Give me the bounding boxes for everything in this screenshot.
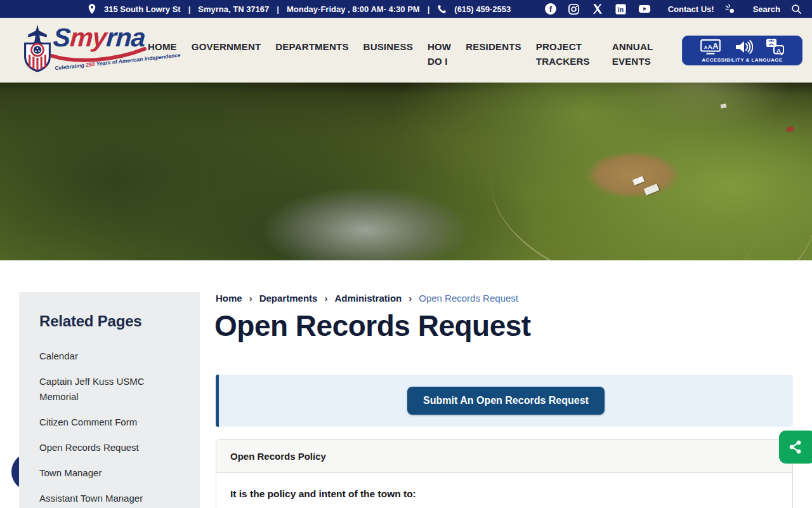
breadcrumb: Home › Departments › Administration › Op… (216, 293, 518, 304)
topbar-separator: | (277, 4, 279, 14)
breadcrumb-separator: › (249, 293, 252, 303)
accessibility-language-button[interactable]: AAA A ACCESSIBILITY & LANGUAGE (682, 36, 802, 65)
phone-icon (437, 4, 447, 14)
svg-text:A: A (776, 46, 781, 53)
sidebar-item-citizen-comment-form[interactable]: Citizen Comment Form (39, 415, 152, 430)
accessibility-button-label: ACCESSIBILITY & LANGUAGE (702, 57, 783, 63)
page: 315 South Lowry St | Smyrna, TN 37167 | … (0, 0, 812, 508)
breadcrumb-home[interactable]: Home (216, 293, 242, 304)
policy-intro-text: It is the policy and intent of the town … (216, 473, 792, 508)
policy-panel-header: Open Records Policy (216, 440, 792, 473)
linkedin-icon[interactable]: in (615, 3, 627, 15)
nav-item-residents[interactable]: RESIDENTS (466, 39, 521, 69)
svg-text:A: A (704, 44, 708, 50)
sidebar-item-open-records-request[interactable]: Open Records Request (39, 440, 152, 455)
nav-item-government[interactable]: GOVERNMENT (192, 39, 261, 69)
text-size-icon: AAA (700, 39, 721, 55)
nav-item-annual-events[interactable]: ANNUALEVENTS (612, 39, 653, 69)
nav-item-departments[interactable]: DEPARTMENTS (275, 39, 348, 69)
hero-building (786, 126, 794, 132)
breadcrumb-separator: › (409, 293, 412, 303)
submit-open-records-request-button[interactable]: Submit An Open Records Request (407, 387, 605, 415)
open-records-policy-panel: Open Records Policy It is the policy and… (216, 439, 793, 508)
sidebar-item-town-manager[interactable]: Town Manager (39, 465, 152, 481)
topbar-separator: | (428, 4, 430, 14)
location-pin-icon (88, 3, 96, 15)
main-navbar: Smyrna Celebrating 250 Years of American… (0, 18, 812, 83)
related-pages-sidebar: Related Pages Calendar Captain Jeff Kuss… (19, 292, 200, 508)
breadcrumb-departments[interactable]: Departments (259, 293, 318, 304)
submit-request-callout: Submit An Open Records Request (216, 375, 793, 427)
wave-icon (725, 4, 736, 15)
nav-menu: HOME GOVERNMENT DEPARTMENTS BUSINESS HOW… (148, 18, 653, 69)
sidebar-item-assistant-town-manager[interactable]: Assistant Town Manager (39, 491, 152, 506)
accessibility-button-icons: AAA A (700, 38, 785, 56)
contact-us-link[interactable]: Contact Us! (668, 4, 714, 14)
share-icon (788, 439, 803, 455)
smyrna-logo[interactable]: Smyrna Celebrating 250 Years of American… (18, 18, 148, 83)
nav-item-project-trackers[interactable]: PROJECTTRACKERS (536, 39, 590, 69)
topbar-info: 315 South Lowry St | Smyrna, TN 37167 | … (88, 3, 511, 15)
topbar-phone-link[interactable]: (615) 459-2553 (454, 4, 511, 14)
instagram-icon[interactable] (568, 3, 580, 15)
search-link[interactable]: Search (753, 4, 780, 14)
svg-text:A: A (712, 41, 718, 50)
sidebar-item-captain-jeff-kuss-usmc-memorial[interactable]: Captain Jeff Kuss USMC Memorial (39, 374, 152, 404)
hero-image (0, 83, 812, 260)
topbar-city: Smyrna, TN 37167 (198, 4, 269, 14)
svg-text:A: A (708, 43, 712, 50)
audio-icon (734, 39, 753, 55)
breadcrumb-separator: › (324, 293, 327, 303)
page-title: Open Records Request (214, 309, 531, 343)
breadcrumb-administration[interactable]: Administration (334, 293, 402, 304)
topbar-actions: f in Contact Us! Search (544, 3, 802, 15)
topbar-separator: | (188, 4, 191, 14)
sidebar-item-calendar[interactable]: Calendar (39, 349, 152, 364)
translate-icon: A (766, 38, 785, 56)
svg-text:in: in (618, 6, 624, 13)
search-icon[interactable] (791, 4, 802, 15)
hero-building (721, 104, 727, 108)
breadcrumb-current: Open Records Request (419, 293, 518, 304)
svg-text:f: f (549, 4, 553, 14)
top-utility-bar: 315 South Lowry St | Smyrna, TN 37167 | … (0, 0, 812, 18)
sidebar-title: Related Pages (39, 312, 180, 330)
topbar-address: 315 South Lowry St (104, 4, 181, 14)
topbar-hours: Monday-Friday , 8:00 AM- 4:30 PM (287, 4, 420, 14)
nav-item-business[interactable]: BUSINESS (363, 39, 413, 69)
share-button[interactable] (779, 431, 812, 464)
x-twitter-icon[interactable] (591, 3, 604, 15)
youtube-icon[interactable] (638, 3, 651, 15)
nav-item-how-do-i[interactable]: HOWDO I (428, 39, 451, 69)
facebook-icon[interactable]: f (544, 3, 557, 15)
